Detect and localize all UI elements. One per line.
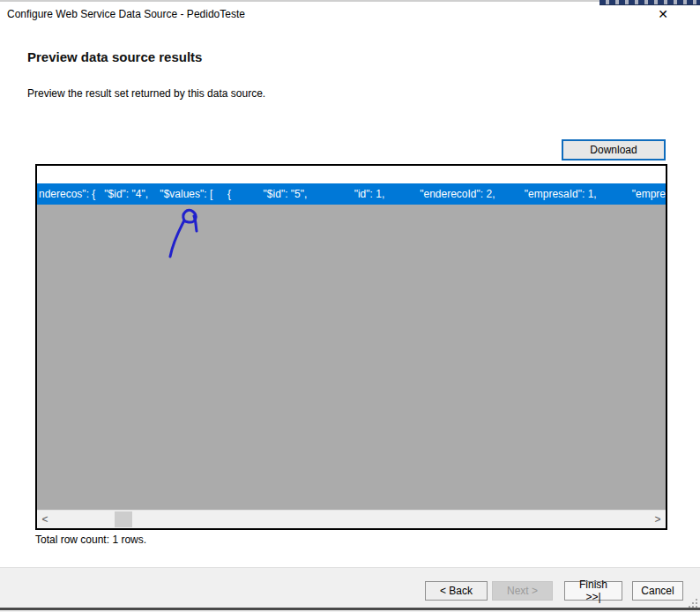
finish-button[interactable]: Finish >>|	[564, 581, 622, 601]
grid-selected-row[interactable]: nderecos": { "$id": "4", "$values": [ { …	[37, 183, 666, 205]
total-row-count: Total row count: 1 rows.	[35, 534, 146, 546]
grid-header-row	[37, 166, 666, 183]
title-bar: Configure Web Service Data Source - Pedi…	[0, 0, 700, 28]
close-icon[interactable]: ✕	[651, 4, 675, 25]
scroll-right-icon[interactable]: >	[650, 511, 666, 528]
page-subtitle: Preview the result set returned by this …	[27, 87, 265, 100]
scrollbar-thumb[interactable]	[115, 511, 132, 527]
page-title: Preview data source results	[27, 49, 202, 64]
resize-grip[interactable]	[689, 598, 698, 608]
window-bottom-border	[0, 608, 700, 610]
download-button[interactable]: Download	[562, 139, 666, 160]
results-grid: nderecos": { "$id": "4", "$values": [ { …	[35, 164, 667, 530]
scroll-left-icon[interactable]: <	[37, 511, 53, 528]
next-button: Next >	[492, 581, 553, 601]
window-title: Configure Web Service Data Source - Pedi…	[7, 8, 245, 20]
cancel-button[interactable]: Cancel	[632, 581, 683, 601]
footer-bar: < Back Next > Finish >>| Cancel	[0, 567, 700, 612]
grid-empty-area	[37, 205, 666, 511]
horizontal-scrollbar[interactable]: < >	[37, 510, 666, 528]
back-button[interactable]: < Back	[425, 581, 488, 601]
